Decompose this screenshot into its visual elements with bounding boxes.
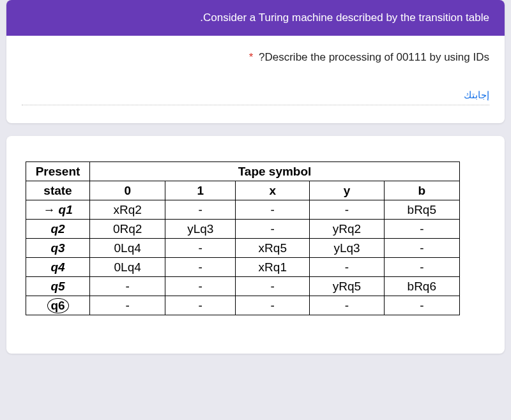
symbol-header: x	[236, 181, 310, 200]
table-row: q1xRq2---bRq5	[26, 200, 460, 220]
symbol-header: y	[310, 181, 384, 200]
table-header-row-1: Present Tape symbol	[26, 162, 460, 181]
question-header: .Consider a Turing machine described by …	[6, 0, 505, 36]
transition-cell: -	[90, 296, 165, 315]
table-row: q40Lq4-xRq1--	[26, 258, 460, 277]
transition-cell: -	[236, 296, 310, 315]
state-cell: q6	[26, 296, 90, 315]
tape-symbol-header: Tape symbol	[90, 162, 460, 181]
transition-cell: -	[236, 200, 310, 220]
state-cell: q3	[26, 239, 90, 258]
transition-cell: xRq1	[236, 258, 310, 277]
transition-cell: xRq2	[90, 200, 165, 220]
symbol-header: 0	[90, 181, 165, 200]
answer-input-placeholder[interactable]: إجابتك	[22, 89, 489, 105]
state-cell: q1	[26, 200, 90, 220]
state-label: q2	[50, 222, 65, 236]
transition-cell: bRq5	[384, 200, 459, 220]
transition-cell: -	[165, 277, 236, 296]
transition-cell: -	[236, 220, 310, 239]
corner-header-top: Present	[26, 162, 90, 181]
state-label: q3	[50, 241, 65, 255]
transition-cell: xRq5	[236, 239, 310, 258]
transition-cell: yRq5	[310, 277, 384, 296]
transition-cell: -	[310, 200, 384, 220]
transition-cell: -	[384, 296, 459, 315]
transition-cell: -	[310, 258, 384, 277]
transition-cell: -	[236, 277, 310, 296]
transition-cell: -	[165, 239, 236, 258]
transition-cell: yLq3	[310, 239, 384, 258]
corner-header-bottom: state	[26, 181, 90, 200]
required-asterisk: *	[249, 51, 254, 63]
state-cell: q4	[26, 258, 90, 277]
final-state-label: q6	[47, 298, 69, 313]
transition-cell: -	[165, 200, 236, 220]
symbol-header: 1	[165, 181, 236, 200]
transition-cell: 0Rq2	[90, 220, 165, 239]
transition-cell: yLq3	[165, 220, 236, 239]
table-card: Present Tape symbol state 0 1 x y b q1xR…	[6, 136, 505, 354]
table-row: q5---yRq5bRq6	[26, 277, 460, 296]
table-row: q20Rq2yLq3-yRq2-	[26, 220, 460, 239]
question-card: .Consider a Turing machine described by …	[6, 0, 505, 123]
state-cell: q5	[26, 277, 90, 296]
symbol-header: b	[384, 181, 459, 200]
state-cell: q2	[26, 220, 90, 239]
table-row: q6-----	[26, 296, 460, 315]
transition-cell: 0Lq4	[90, 239, 165, 258]
transition-cell: -	[90, 277, 165, 296]
transition-cell: yRq2	[310, 220, 384, 239]
transition-cell: bRq6	[384, 277, 459, 296]
transition-table: Present Tape symbol state 0 1 x y b q1xR…	[26, 161, 460, 315]
transition-cell: -	[165, 258, 236, 277]
transition-cell: -	[310, 296, 384, 315]
transition-cell: -	[384, 239, 459, 258]
table-row: q30Lq4-xRq5yLq3-	[26, 239, 460, 258]
question-text-line: * ?Describe the processing of 00111 by u…	[22, 51, 489, 64]
transition-cell: -	[384, 258, 459, 277]
question-body: * ?Describe the processing of 00111 by u…	[6, 36, 505, 123]
transition-cell: -	[165, 296, 236, 315]
state-label: q5	[50, 280, 65, 293]
header-title: .Consider a Turing machine described by …	[200, 11, 489, 24]
state-label: q4	[50, 260, 65, 274]
question-text: ?Describe the processing of 00111 by usi…	[259, 51, 489, 63]
table-header-row-2: state 0 1 x y b	[26, 181, 460, 200]
start-state-label: q1	[43, 203, 72, 216]
transition-cell: 0Lq4	[90, 258, 165, 277]
transition-cell: -	[384, 220, 459, 239]
